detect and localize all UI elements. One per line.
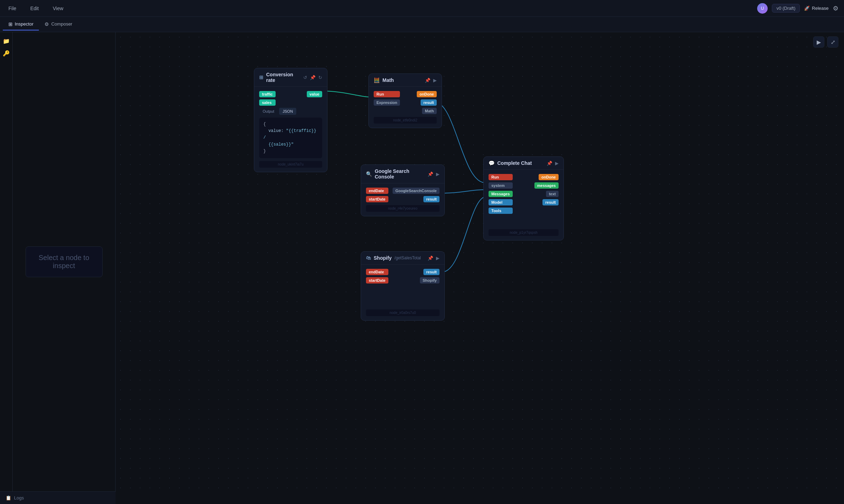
- conversion-rate-node[interactable]: ⊞ Conversion rate ↺ 📌 ↻ traffic sales va: [254, 68, 327, 172]
- math-node[interactable]: 🧮 Math 📌 ▶ Run Expression onDone resu: [368, 74, 442, 128]
- shopify-header: 🛍 Shopify /getSalesTotal 📌 ▶: [361, 252, 444, 265]
- port-result-shopify[interactable]: result: [423, 269, 440, 275]
- port-result-gsc[interactable]: result: [423, 196, 440, 202]
- shopify-actions: 📌 ▶: [428, 255, 440, 261]
- complete-chat-actions: 📌 ▶: [547, 161, 559, 166]
- menu-edit[interactable]: Edit: [28, 4, 42, 13]
- port-traffic[interactable]: traffic: [259, 91, 276, 97]
- gsc-icon: 🔍: [366, 171, 372, 177]
- port-startDate-gsc[interactable]: startDate: [366, 196, 388, 202]
- key-icon[interactable]: 🔑: [3, 50, 10, 57]
- port-messages-out[interactable]: messages: [534, 182, 559, 189]
- logs-label[interactable]: Logs: [14, 495, 24, 500]
- cc-pin-btn[interactable]: 📌: [547, 161, 552, 166]
- release-button[interactable]: 🚀 Release: [804, 6, 829, 11]
- gsc-body: endDate startDate GoogleSearchConsole re…: [361, 183, 444, 216]
- port-value[interactable]: value: [307, 91, 322, 97]
- gsc-play-btn[interactable]: ▶: [436, 172, 440, 177]
- math-ports: Run Expression onDone result Math: [374, 91, 437, 114]
- play-button[interactable]: ▶: [813, 36, 824, 48]
- topbar-right: U v0 (Draft) 🚀 Release ⚙: [757, 3, 838, 14]
- tab-inspector[interactable]: ⊞ Inspector: [3, 19, 39, 30]
- gsc-id: node_r4e7yoeureo: [366, 205, 440, 212]
- draft-badge[interactable]: v0 (Draft): [772, 4, 800, 13]
- port-result[interactable]: result: [421, 99, 437, 106]
- conversion-rate-title: ⊞ Conversion rate: [259, 72, 303, 83]
- port-run-cc[interactable]: Run: [489, 174, 513, 180]
- complete-chat-node[interactable]: 💬 Complete Chat 📌 ▶ Run system Messages …: [483, 156, 564, 240]
- complete-chat-title: 💬 Complete Chat: [489, 160, 532, 166]
- shopify-spacer: [366, 286, 440, 307]
- output-tab-output[interactable]: Output: [259, 108, 278, 115]
- port-onDone-cc[interactable]: onDone: [539, 174, 559, 180]
- shopify-node[interactable]: 🛍 Shopify /getSalesTotal 📌 ▶ endDate sta…: [361, 251, 445, 321]
- port-text[interactable]: text: [546, 191, 559, 197]
- port-result-cc[interactable]: result: [542, 199, 559, 205]
- port-endDate-gsc[interactable]: endDate: [366, 188, 388, 194]
- settings-icon[interactable]: ⚙: [833, 5, 838, 12]
- complete-chat-id: node_p1yr7qspsh: [489, 229, 559, 236]
- conversion-rate-ports: traffic sales value: [259, 91, 322, 106]
- conversion-code: { value: "{{traffic}} / {{sales}}" }: [259, 118, 322, 158]
- tab-composer[interactable]: ⚙ Composer: [39, 19, 78, 30]
- output-tab-json[interactable]: JSON: [279, 108, 296, 115]
- math-actions: 📌 ▶: [425, 78, 437, 83]
- conversion-rate-body: traffic sales value Output JSON { value:…: [254, 87, 327, 172]
- port-messages-in[interactable]: Messages: [489, 191, 513, 197]
- menu-file[interactable]: File: [6, 4, 19, 13]
- menu-view[interactable]: View: [50, 4, 66, 13]
- menu-bar: File Edit View: [6, 4, 66, 13]
- connections-svg: [116, 32, 844, 491]
- math-inputs: Run Expression: [374, 91, 400, 106]
- gsc-pin-btn[interactable]: 📌: [428, 172, 433, 177]
- cc-play-btn[interactable]: ▶: [555, 161, 559, 166]
- conversion-rate-actions: ↺ 📌 ↻: [303, 75, 322, 80]
- math-body: Run Expression onDone result Math node_e…: [369, 87, 442, 128]
- port-endDate-shopify[interactable]: endDate: [366, 269, 388, 275]
- folder-icon[interactable]: 📁: [3, 38, 10, 44]
- port-tools[interactable]: Tools: [489, 208, 513, 214]
- release-icon: 🚀: [804, 6, 810, 11]
- gsc-outputs: GoogleSearchConsole result: [393, 188, 440, 202]
- pin-btn[interactable]: 📌: [310, 75, 316, 80]
- shopify-body: endDate startDate result Shopify node_ir…: [361, 265, 444, 320]
- google-search-console-node[interactable]: 🔍 Google Search Console 📌 ▶ endDate star…: [361, 164, 445, 216]
- math-title: 🧮 Math: [374, 77, 394, 83]
- port-math[interactable]: Math: [422, 108, 437, 114]
- refresh-btn[interactable]: ↻: [318, 75, 322, 80]
- expand-button[interactable]: ⤢: [827, 36, 838, 48]
- port-startDate-shopify[interactable]: startDate: [366, 277, 388, 284]
- gsc-header: 🔍 Google Search Console 📌 ▶: [361, 165, 444, 183]
- gsc-actions: 📌 ▶: [428, 172, 440, 177]
- port-system[interactable]: system: [489, 182, 513, 189]
- shopify-id: node_ir0a0rs7u0: [366, 309, 440, 316]
- shopify-icon: 🛍: [366, 255, 371, 261]
- select-node-label: Select a node to inspect: [26, 246, 103, 277]
- port-onDone[interactable]: onDone: [417, 91, 437, 97]
- topbar: File Edit View U v0 (Draft) 🚀 Release ⚙: [0, 0, 844, 17]
- math-play-btn[interactable]: ▶: [433, 78, 437, 83]
- shopify-pin-btn[interactable]: 📌: [428, 255, 433, 261]
- cc-outputs: onDone messages text result: [534, 174, 559, 205]
- canvas[interactable]: ▶ ⤢ ⊞ Conversion rate ↺ 📌: [116, 32, 844, 491]
- conversion-rate-outputs: value: [307, 91, 322, 97]
- shopify-play-btn[interactable]: ▶: [436, 255, 440, 261]
- math-pin-btn[interactable]: 📌: [425, 78, 430, 83]
- bottom-bar: 📋 Logs: [0, 491, 116, 504]
- cc-inputs: Run system Messages Model Tools: [489, 174, 513, 214]
- main-layout: 📁 🔑 Select a node to inspect ▶ ⤢: [0, 32, 844, 491]
- gsc-inputs: endDate startDate: [366, 188, 388, 202]
- port-model[interactable]: Model: [489, 199, 513, 205]
- complete-chat-header: 💬 Complete Chat 📌 ▶: [484, 157, 563, 170]
- port-shopify-output[interactable]: Shopify: [420, 277, 440, 284]
- complete-chat-body: Run system Messages Model Tools onDone m…: [484, 170, 563, 240]
- port-expression[interactable]: Expression: [374, 99, 400, 106]
- shopify-inputs: endDate startDate: [366, 269, 388, 284]
- port-gsc-output[interactable]: GoogleSearchConsole: [393, 188, 440, 194]
- port-sales[interactable]: sales: [259, 99, 276, 106]
- undo-btn[interactable]: ↺: [303, 75, 307, 80]
- composer-tab-icon: ⚙: [44, 21, 49, 27]
- port-run[interactable]: Run: [374, 91, 400, 97]
- sidebar: 📁 🔑 Select a node to inspect: [0, 32, 116, 491]
- sidebar-icons: 📁 🔑: [0, 32, 13, 491]
